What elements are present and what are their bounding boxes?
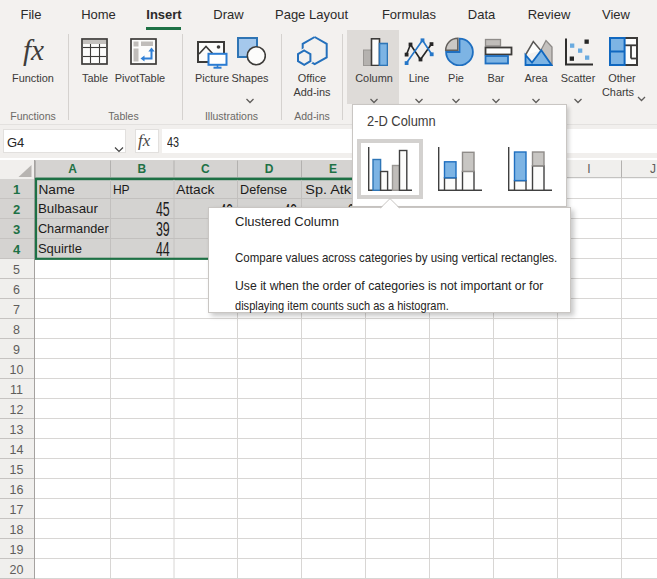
svg-text:44: 44 <box>156 238 170 260</box>
svg-text:Squirtle: Squirtle <box>38 241 82 256</box>
svg-text:10: 10 <box>10 363 24 377</box>
svg-text:15: 15 <box>10 463 24 477</box>
svg-text:D: D <box>265 162 274 176</box>
svg-text:7: 7 <box>13 303 20 317</box>
svg-text:B: B <box>137 162 146 176</box>
svg-text:16: 16 <box>10 483 24 497</box>
svg-text:5: 5 <box>13 263 20 277</box>
svg-text:11: 11 <box>10 383 23 397</box>
svg-text:9: 9 <box>13 343 20 357</box>
svg-text:14: 14 <box>10 443 24 457</box>
svg-text:J: J <box>650 162 656 176</box>
svg-text:HP: HP <box>113 182 130 197</box>
svg-text:Sp. Atk: Sp. Atk <box>305 182 351 197</box>
svg-text:Bulbasaur: Bulbasaur <box>38 201 98 216</box>
svg-text:12: 12 <box>10 403 24 417</box>
svg-text:3: 3 <box>13 222 20 237</box>
svg-text:13: 13 <box>10 423 24 437</box>
svg-text:Attack: Attack <box>176 182 214 197</box>
svg-text:19: 19 <box>10 543 24 557</box>
svg-text:1: 1 <box>13 182 20 197</box>
svg-text:6: 6 <box>13 283 20 297</box>
svg-text:Name: Name <box>38 182 75 197</box>
svg-text:39: 39 <box>156 218 170 240</box>
svg-text:Defense: Defense <box>240 182 287 197</box>
svg-text:45: 45 <box>156 198 170 220</box>
svg-text:2: 2 <box>13 202 20 217</box>
svg-text:I: I <box>587 162 590 176</box>
svg-text:20: 20 <box>10 563 24 577</box>
svg-text:18: 18 <box>10 523 24 537</box>
svg-text:4: 4 <box>13 242 21 257</box>
svg-text:8: 8 <box>13 323 20 337</box>
svg-text:fx: fx <box>23 34 44 66</box>
svg-text:C: C <box>201 162 210 176</box>
svg-text:17: 17 <box>10 503 24 517</box>
svg-text:A: A <box>68 162 77 176</box>
svg-text:Charmander: Charmander <box>38 221 109 236</box>
svg-text:E: E <box>329 162 337 176</box>
